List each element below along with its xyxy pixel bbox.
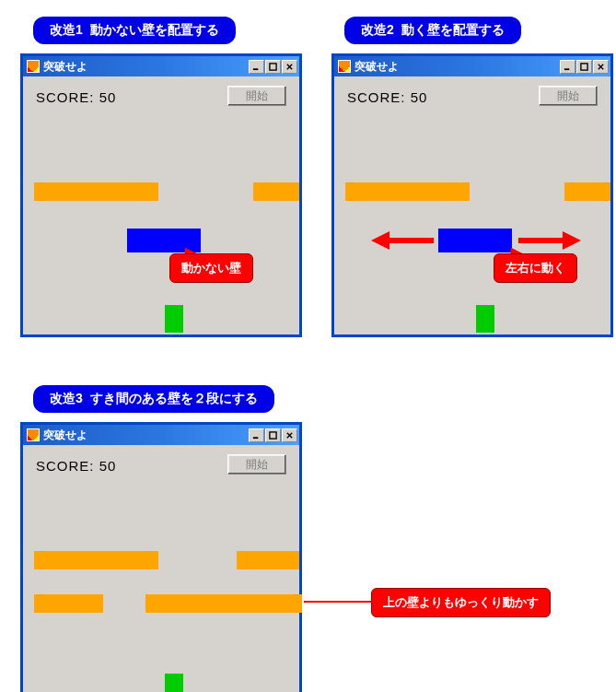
app-icon <box>338 60 351 73</box>
minimize-button[interactable] <box>249 60 264 74</box>
section-3: 改造3 すき間のある壁を２段にする <box>33 385 274 413</box>
game-area-1: SCORE: 50 開始 <box>23 76 299 334</box>
start-button-1[interactable]: 開始 <box>227 86 286 106</box>
maximize-button[interactable] <box>265 428 281 442</box>
window-title-3: 突破せよ <box>43 428 248 443</box>
heading-3: 改造3 すき間のある壁を２段にする <box>33 385 274 413</box>
game-window-2: 突破せよ SCORE: 50 開始 <box>331 53 613 337</box>
close-button[interactable] <box>593 60 609 74</box>
score-text-2: SCORE: 50 <box>347 89 427 105</box>
orange-wall-r1-right <box>237 551 299 569</box>
close-button[interactable] <box>282 60 297 74</box>
callout-1: 動かない壁 <box>169 253 253 283</box>
app-icon <box>27 60 40 73</box>
game-area-2: SCORE: 50 開始 <box>334 76 610 334</box>
svg-marker-11 <box>563 231 581 250</box>
game-area-3: SCORE: 50 開始 <box>23 445 299 692</box>
player-2 <box>476 305 494 333</box>
callout-3: 上の壁よりもゆっくり動かす <box>371 588 551 617</box>
heading-2-text: 動く壁を配置する <box>401 22 505 37</box>
titlebar-3: 突破せよ <box>23 425 299 445</box>
titlebar-2: 突破せよ <box>334 56 610 76</box>
window-title-2: 突破せよ <box>354 59 559 75</box>
blue-wall-2 <box>438 229 512 252</box>
game-window-1: 突破せよ SCORE: 50 開始 <box>20 53 302 337</box>
heading-1: 改造1 動かない壁を配置する <box>33 17 236 44</box>
section-1: 改造1 動かない壁を配置する <box>33 17 236 44</box>
player-1 <box>165 305 183 333</box>
left-arrow-icon <box>371 231 434 250</box>
orange-wall-right-1 <box>253 182 299 201</box>
player-3 <box>165 674 183 692</box>
heading-1-text: 動かない壁を配置する <box>90 22 219 37</box>
score-text-1: SCORE: 50 <box>36 89 116 105</box>
section-2: 改造2 動く壁を配置する <box>344 17 521 44</box>
minimize-button[interactable] <box>249 428 264 442</box>
minimize-button[interactable] <box>560 60 575 74</box>
orange-wall-r2-left <box>34 594 103 613</box>
right-arrow-icon <box>518 231 581 250</box>
callout-3-line <box>304 601 372 603</box>
heading-2-number: 改造2 <box>361 22 394 37</box>
heading-3-number: 改造3 <box>50 391 83 405</box>
orange-wall-r1-left <box>34 551 158 569</box>
callout-2: 左右に動く <box>494 253 577 283</box>
score-text-3: SCORE: 50 <box>36 458 116 474</box>
orange-wall-left-2 <box>345 182 470 201</box>
window-title-1: 突破せよ <box>43 59 248 75</box>
titlebar-1: 突破せよ <box>23 56 299 76</box>
maximize-button[interactable] <box>576 60 592 74</box>
heading-2: 改造2 動く壁を配置する <box>344 17 521 44</box>
heading-1-number: 改造1 <box>50 22 83 37</box>
orange-wall-right-2 <box>564 182 610 201</box>
orange-wall-r2-right <box>145 594 302 613</box>
svg-rect-13 <box>270 431 276 438</box>
heading-3-text: すき間のある壁を２段にする <box>90 391 258 405</box>
svg-rect-5 <box>581 63 587 69</box>
svg-rect-1 <box>270 63 276 69</box>
orange-wall-left-1 <box>34 182 158 201</box>
start-button-3[interactable]: 開始 <box>227 454 286 475</box>
close-button[interactable] <box>282 428 297 442</box>
maximize-button[interactable] <box>265 60 281 74</box>
game-window-3: 突破せよ SCORE: 50 開始 <box>20 422 302 692</box>
svg-marker-9 <box>371 231 389 250</box>
app-icon <box>27 428 40 441</box>
start-button-2[interactable]: 開始 <box>539 86 598 106</box>
